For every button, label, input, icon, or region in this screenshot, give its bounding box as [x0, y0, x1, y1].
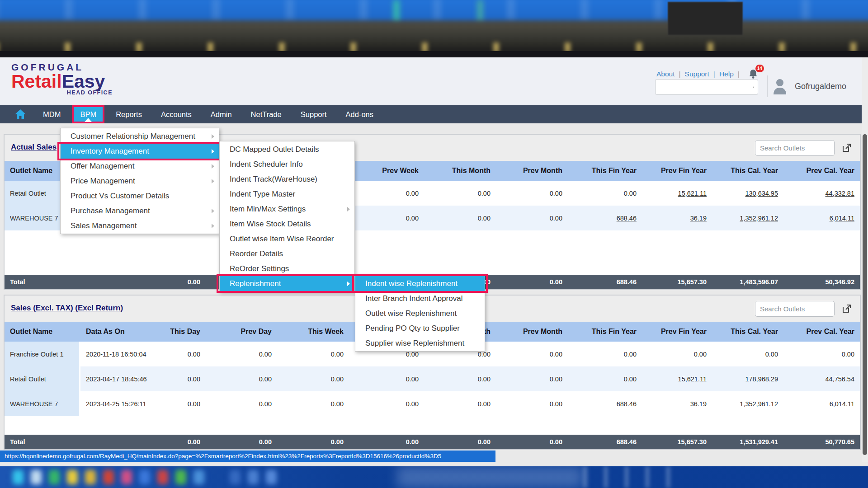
drilldown-link[interactable]: 36.19: [690, 215, 707, 222]
vertical-scrollbar[interactable]: [862, 57, 868, 462]
column-header-prev-month[interactable]: Prev Month: [496, 322, 568, 342]
menu-item-indent-type-master[interactable]: Indent Type Master: [220, 187, 354, 202]
menu-item-indent-wise-replenishment[interactable]: Indent wise Replenishment: [355, 276, 485, 291]
nav-item-support[interactable]: Support: [291, 105, 336, 123]
about-link[interactable]: About: [656, 70, 675, 78]
cell-prev-fin-year[interactable]: 15,621.11: [642, 181, 712, 206]
cell-prev-cal-year[interactable]: 44,332.81: [783, 181, 860, 206]
cell-prev-cal-year[interactable]: 6,014.11: [783, 206, 860, 230]
drilldown-link[interactable]: 130,634.95: [745, 190, 778, 197]
menu-item-purchase-management[interactable]: Purchase Management: [61, 203, 219, 218]
column-header-prev-month[interactable]: Prev Month: [496, 161, 568, 181]
replenishment-menu: Indent wise ReplenishmentInter Branch In…: [355, 275, 485, 352]
menu-item-dc-mapped-outlet-details[interactable]: DC Mapped Outlet Details: [220, 142, 354, 157]
menu-item-indent-track-warehouse[interactable]: Indent Track(WareHouse): [220, 172, 354, 187]
menu-item-reorder-settings[interactable]: ReOrder Settings: [220, 261, 354, 276]
menu-item-price-management[interactable]: Price Management: [61, 174, 219, 188]
menu-item-supplier-wise-replenishment[interactable]: Supplier wise Replenishment: [355, 336, 485, 351]
outlet-search-input[interactable]: [755, 301, 834, 316]
column-header-this-fin-year[interactable]: This Fin Year: [568, 322, 642, 342]
header-divider: [767, 75, 768, 97]
nav-item-accounts[interactable]: Accounts: [151, 105, 201, 123]
taskbar-app-icon: [230, 470, 241, 484]
notification-bell-icon[interactable]: 14: [748, 69, 759, 80]
menu-item-customer-relationship-management[interactable]: Customer Relationship Management: [61, 129, 219, 144]
cell-this-cal-year[interactable]: 1,352,961.12: [712, 206, 783, 230]
cell-prev-week: 0.00: [349, 366, 424, 391]
tab-highlight-streak: [478, 0, 482, 23]
menu-item-pending-po-qty-to-supplier[interactable]: Pending PO Qty to Supplier: [355, 321, 485, 336]
column-header-prev-cal-year[interactable]: Prev Cal. Year: [783, 161, 860, 181]
menu-item-replenishment[interactable]: Replenishment: [220, 276, 354, 291]
column-header-prev-week[interactable]: Prev Week: [349, 161, 424, 181]
column-header-this-day[interactable]: This Day: [156, 322, 206, 342]
menu-item-outlet-wise-replenishment[interactable]: Outlet wise Replenishment: [355, 306, 485, 321]
column-header-prev-day[interactable]: Prev Day: [206, 322, 277, 342]
cell-this-cal-year[interactable]: 130,634.95: [712, 181, 783, 206]
menu-item-sales-management[interactable]: Sales Management: [61, 218, 219, 233]
column-header-prev-cal-year[interactable]: Prev Cal. Year: [783, 322, 860, 342]
product-name-blue: Easy: [62, 71, 105, 92]
support-link[interactable]: Support: [685, 70, 709, 78]
drilldown-link[interactable]: 44,332.81: [825, 190, 854, 197]
cell-prev-week: 0.00: [349, 181, 424, 206]
menu-item-offer-management[interactable]: Offer Management: [61, 159, 219, 174]
outlet-search-input[interactable]: [755, 141, 834, 155]
menu-item-indent-scheduler-info[interactable]: Indent Scheduler Info: [220, 157, 354, 172]
nav-item-mdm[interactable]: MDM: [33, 105, 70, 123]
total-this-day: 0.00: [156, 275, 206, 289]
outlet-search-box: [755, 301, 835, 317]
column-header-this-month[interactable]: This Month: [424, 161, 496, 181]
table-filler: [5, 230, 860, 275]
browser-dark-dropdown: [668, 2, 743, 35]
cell-value: 0.00: [550, 190, 562, 197]
taskbar-app-icon: [121, 470, 132, 484]
expand-icon[interactable]: [842, 304, 852, 314]
submenu-arrow-icon: [212, 149, 214, 154]
cell-value: 0.00: [406, 400, 419, 408]
menu-item-item-min-max-settings[interactable]: Item Min/Max Settings: [220, 202, 354, 216]
gap-strip: [0, 462, 868, 466]
cell-this-cal-year: 178,968.29: [712, 366, 783, 391]
column-header-data-as-on[interactable]: Data As On: [80, 322, 156, 342]
cell-prev-cal-year: 6,014.11: [783, 391, 860, 416]
column-header-this-cal-year[interactable]: This Cal. Year: [712, 161, 783, 181]
menu-item-item-wise-stock-details[interactable]: Item Wise Stock Details: [220, 216, 354, 231]
column-header-outlet-name[interactable]: Outlet Name: [5, 322, 80, 342]
column-header-this-week[interactable]: This Week: [277, 322, 349, 342]
menu-item-product-vs-customer-details[interactable]: Product Vs Customer Details: [61, 188, 219, 203]
drilldown-link[interactable]: 15,621.11: [678, 190, 707, 197]
scrollbar-thumb[interactable]: [863, 134, 867, 455]
menu-item-reorder-details[interactable]: Reorder Details: [220, 246, 354, 261]
nav-item-nettrade[interactable]: NetTrade: [241, 105, 291, 123]
help-link[interactable]: Help: [719, 70, 734, 78]
user-area[interactable]: Gofrugaldemo: [771, 77, 846, 95]
taskbar-app-icon: [85, 470, 96, 484]
menu-item-inter-branch-indent-approval[interactable]: Inter Branch Indent Approval: [355, 291, 485, 306]
menu-item-outlet-wise-item-wise-reorder[interactable]: Outlet wise Item Wise Reorder: [220, 231, 354, 246]
taskbar-app-icon: [193, 470, 204, 484]
column-header-this-cal-year[interactable]: This Cal. Year: [712, 322, 783, 342]
cell-prev-fin-year[interactable]: 36.19: [642, 206, 712, 230]
drilldown-link[interactable]: 1,352,961.12: [740, 215, 778, 222]
search-icon[interactable]: [753, 83, 754, 92]
column-header-prev-fin-year[interactable]: Prev Fin Year: [642, 161, 712, 181]
nav-item-admin[interactable]: Admin: [201, 105, 241, 123]
taskbar-blurred: [0, 466, 868, 488]
cell-value: 0.00: [624, 375, 637, 383]
nav-item-reports[interactable]: Reports: [106, 105, 151, 123]
cell-this-fin-year[interactable]: 688.46: [568, 206, 642, 230]
column-header-prev-fin-year[interactable]: Prev Fin Year: [642, 322, 712, 342]
menu-item-inventory-management[interactable]: Inventory Management: [61, 144, 219, 159]
nav-home[interactable]: [7, 105, 33, 123]
column-header-this-fin-year[interactable]: This Fin Year: [568, 161, 642, 181]
active-tab-pointer: [85, 118, 92, 122]
header-search-input[interactable]: [656, 83, 753, 91]
expand-icon[interactable]: [842, 143, 852, 153]
nav-item-bpm[interactable]: BPM: [72, 105, 104, 123]
drilldown-link[interactable]: 688.46: [617, 215, 637, 222]
table-filler: [5, 416, 860, 435]
cell-value: 0.00: [406, 375, 419, 383]
nav-item-add-ons[interactable]: Add-ons: [336, 105, 383, 123]
drilldown-link[interactable]: 6,014.11: [830, 215, 854, 222]
